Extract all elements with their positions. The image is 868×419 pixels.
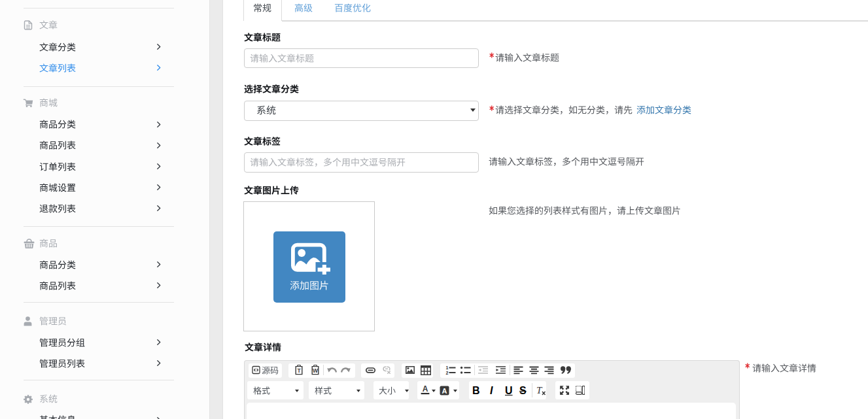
svg-text:A: A [442,386,447,394]
svg-text:1: 1 [445,365,448,370]
svg-text:2: 2 [445,371,448,375]
svg-text:A: A [423,385,428,394]
svg-text:T: T [297,367,301,374]
svg-text:T: T [536,386,543,395]
svg-text:W: W [312,367,318,374]
